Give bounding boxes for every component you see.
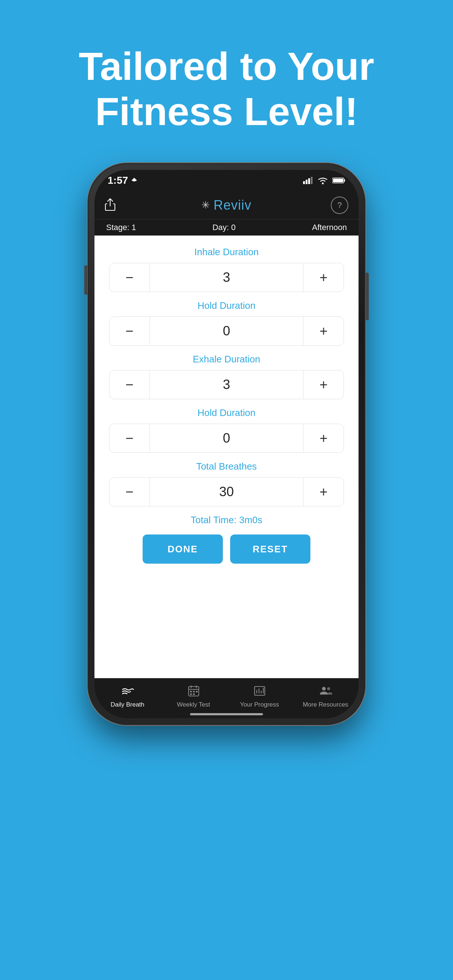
tab-weekly-test[interactable]: Weekly Test: [161, 683, 226, 708]
people-icon: [319, 684, 332, 697]
hold1-value: 0: [150, 317, 303, 345]
app-name: Reviiv: [214, 197, 251, 213]
hold2-minus-button[interactable]: −: [109, 424, 150, 452]
tab-weekly-test-label: Weekly Test: [177, 701, 210, 708]
sun-icon: ✳: [201, 199, 210, 211]
phone-mockup: 1:57: [88, 163, 365, 725]
exhale-stepper: − 3 +: [109, 370, 344, 399]
inhale-plus-button[interactable]: +: [303, 263, 344, 292]
app-logo: ✳ Reviiv: [201, 197, 251, 213]
svg-point-22: [322, 687, 326, 690]
stage-label: Stage: 1: [106, 223, 136, 232]
battery-icon: [332, 177, 345, 184]
total-time: Total Time: 3m0s: [109, 514, 344, 526]
exhale-plus-button[interactable]: +: [303, 371, 344, 399]
svg-point-23: [327, 687, 330, 690]
tab-more-resources-label: More Resources: [303, 701, 348, 708]
daily-breath-icon: [120, 683, 136, 699]
home-indicator: [190, 713, 263, 715]
total-breathes-label: Total Breathes: [109, 461, 344, 472]
inhale-minus-button[interactable]: −: [109, 263, 150, 292]
tab-bar: Daily Breath: [94, 678, 359, 718]
svg-rect-1: [306, 180, 308, 184]
hold2-plus-button[interactable]: +: [303, 424, 344, 452]
hold1-duration-label: Hold Duration: [109, 300, 344, 311]
tab-your-progress[interactable]: Your Progress: [226, 683, 292, 708]
svg-rect-0: [303, 181, 305, 184]
hold2-duration-label: Hold Duration: [109, 407, 344, 418]
svg-rect-13: [193, 691, 195, 692]
period-label: Afternoon: [312, 223, 347, 232]
breathes-plus-button[interactable]: +: [303, 477, 344, 506]
controls-container: Inhale Duration − 3 + Hold Duration: [94, 235, 359, 582]
exhale-duration-label: Exhale Duration: [109, 354, 344, 365]
svg-rect-15: [190, 694, 192, 695]
svg-rect-2: [308, 178, 310, 184]
inhale-value: 3: [150, 263, 303, 292]
svg-rect-6: [344, 180, 345, 181]
your-progress-icon: [252, 683, 268, 699]
hold1-plus-button[interactable]: +: [303, 317, 344, 345]
breathes-value: 30: [150, 477, 303, 506]
tab-more-resources[interactable]: More Resources: [292, 683, 359, 708]
help-button[interactable]: ?: [331, 197, 348, 214]
more-resources-icon: [318, 683, 334, 699]
notch: [187, 170, 266, 185]
main-content: Inhale Duration − 3 + Hold Duration: [94, 235, 359, 678]
calendar-icon: [187, 684, 200, 697]
wind-icon: [121, 684, 134, 697]
exhale-value: 3: [150, 371, 303, 399]
signal-icon: [303, 177, 313, 184]
help-icon: ?: [331, 197, 348, 214]
inhale-stepper: − 3 +: [109, 263, 344, 292]
hold2-value: 0: [150, 424, 303, 452]
reset-button[interactable]: RESET: [230, 535, 310, 564]
svg-point-4: [322, 183, 324, 185]
status-icons: [303, 177, 345, 185]
tab-daily-breath-label: Daily Breath: [110, 701, 144, 708]
inhale-duration-label: Inhale Duration: [109, 247, 344, 258]
hero-title: Tailored to Your Fitness Level!: [49, 44, 404, 134]
wifi-icon: [318, 177, 328, 185]
exhale-minus-button[interactable]: −: [109, 371, 150, 399]
phone-screen: 1:57: [94, 170, 359, 718]
app-header: ✳ Reviiv ?: [94, 191, 359, 220]
tab-daily-breath[interactable]: Daily Breath: [94, 683, 161, 708]
svg-rect-16: [193, 694, 195, 695]
phone-outer: 1:57: [88, 163, 365, 725]
svg-rect-7: [333, 179, 343, 182]
location-arrow-icon: [131, 177, 137, 184]
chart-icon: [253, 684, 266, 697]
total-breathes-stepper: − 30 +: [109, 477, 344, 506]
hold1-minus-button[interactable]: −: [109, 317, 150, 345]
hold2-stepper: − 0 +: [109, 424, 344, 453]
sub-header: Stage: 1 Day: 0 Afternoon: [94, 220, 359, 235]
tab-your-progress-label: Your Progress: [240, 701, 279, 708]
share-button[interactable]: [105, 198, 116, 213]
status-time: 1:57: [108, 175, 137, 186]
done-button[interactable]: DONE: [143, 535, 223, 564]
svg-rect-3: [311, 177, 313, 184]
action-buttons: DONE RESET: [109, 535, 344, 574]
hold1-stepper: − 0 +: [109, 317, 344, 345]
svg-rect-12: [190, 691, 192, 692]
weekly-test-icon: [186, 683, 202, 699]
breathes-minus-button[interactable]: −: [109, 477, 150, 506]
svg-rect-14: [196, 691, 198, 692]
share-icon: [105, 198, 116, 211]
day-label: Day: 0: [212, 223, 236, 232]
